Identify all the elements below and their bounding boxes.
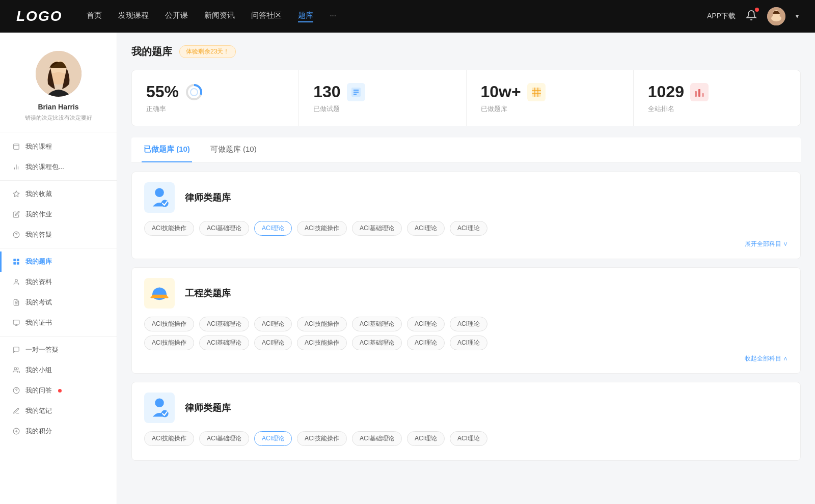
tag-1r2-5[interactable]: ACI理论 (407, 335, 445, 350)
qbank-card-1: 工程类题库 ACI技能操作 ACI基础理论 ACI理论 ACI技能操作 ACI基… (131, 267, 801, 374)
svg-point-43 (155, 188, 164, 198)
qa-notification-dot (58, 389, 62, 393)
tag-2-3[interactable]: ACI技能操作 (297, 431, 347, 446)
tag-1r2-4[interactable]: ACI基础理论 (352, 335, 402, 350)
points-icon (12, 427, 20, 435)
tag-0-5[interactable]: ACI理论 (407, 221, 445, 236)
tag-1r2-0[interactable]: ACI技能操作 (144, 335, 194, 350)
stat-value-accuracy: 55% (146, 82, 179, 101)
svg-point-30 (191, 89, 198, 96)
tag-1r2-6[interactable]: ACI理论 (450, 335, 487, 350)
tag-1-6[interactable]: ACI理论 (450, 317, 487, 331)
nav-news[interactable]: 新闻资讯 (204, 11, 235, 22)
cert-icon (12, 319, 20, 327)
sidebar-item-qa[interactable]: 我的答疑 (0, 225, 117, 245)
nav-more[interactable]: ··· (330, 11, 336, 22)
stat-banks: 10w+ 已做题库 (467, 70, 634, 126)
qbank-card-0: 律师类题库 ACI技能操作 ACI基础理论 ACI理论 ACI技能操作 ACI基… (131, 172, 801, 259)
nav-opencourse[interactable]: 公开课 (165, 11, 188, 22)
expand-link-0[interactable]: 展开全部科目 ∨ (144, 240, 788, 248)
svg-rect-42 (702, 93, 704, 97)
nav-home[interactable]: 首页 (87, 11, 102, 22)
navbar: LOGO 首页 发现课程 公开课 新闻资讯 问答社区 题库 ··· APP下载 (0, 0, 815, 33)
nav-qa[interactable]: 问答社区 (251, 11, 282, 22)
notification-bell[interactable] (746, 10, 757, 23)
qbank-card-header-0: 律师类题库 (144, 182, 788, 213)
tag-0-3[interactable]: ACI技能操作 (297, 221, 347, 236)
table-stat-icon (527, 83, 546, 101)
stat-top-banks: 10w+ (481, 82, 619, 101)
stat-label-ranking: 全站排名 (648, 104, 786, 114)
nav-qbank[interactable]: 题库 (298, 11, 313, 22)
svg-rect-15 (17, 259, 19, 261)
svg-rect-17 (17, 262, 19, 264)
app-download-button[interactable]: APP下载 (707, 12, 736, 21)
tag-2-6[interactable]: ACI理论 (450, 431, 487, 446)
tab-done-banks[interactable]: 已做题库 (10) (142, 137, 192, 162)
tag-2-0[interactable]: ACI技能操作 (144, 431, 194, 446)
tag-1-3[interactable]: ACI技能操作 (297, 317, 347, 331)
stat-top-questions: 130 (313, 82, 451, 101)
tag-1-5[interactable]: ACI理论 (407, 317, 445, 331)
sidebar-item-1on1[interactable]: 一对一答疑 (0, 340, 117, 360)
stat-label-accuracy: 正确率 (146, 104, 284, 114)
bar-chart-stat-icon (690, 83, 709, 101)
tag-1r2-3[interactable]: ACI技能操作 (297, 335, 347, 350)
sidebar-profile: Brian Harris 错误的决定比没有决定要好 (0, 43, 117, 132)
tags-row-card-0: ACI技能操作 ACI基础理论 ACI理论 ACI技能操作 ACI基础理论 AC… (144, 221, 788, 236)
notification-badge (755, 8, 759, 12)
tag-0-6[interactable]: ACI理论 (450, 221, 487, 236)
sidebar-item-notes[interactable]: 我的笔记 (0, 401, 117, 421)
tag-1-1[interactable]: ACI基础理论 (199, 317, 249, 331)
sidebar-item-favorites[interactable]: 我的收藏 (0, 184, 117, 204)
user-avatar-nav[interactable] (767, 7, 785, 25)
tag-1-4[interactable]: ACI基础理论 (352, 317, 402, 331)
sidebar-item-exam[interactable]: 我的考试 (0, 292, 117, 313)
sidebar-item-points[interactable]: 我的积分 (0, 421, 117, 441)
stat-label-questions: 已做试题 (313, 104, 451, 114)
tag-2-5[interactable]: ACI理论 (407, 431, 445, 446)
svg-rect-16 (14, 262, 16, 264)
doc-icon (12, 298, 20, 306)
stat-value-ranking: 1029 (648, 82, 684, 101)
logo: LOGO (16, 8, 62, 24)
tag-0-4[interactable]: ACI基础理论 (352, 221, 402, 236)
svg-rect-47 (150, 296, 168, 298)
sidebar-item-group[interactable]: 我的小组 (0, 360, 117, 380)
qbank-title-0: 律师类题库 (185, 191, 231, 204)
sidebar-item-certificate[interactable]: 我的证书 (0, 313, 117, 333)
sidebar-item-packages[interactable]: 我的课程包... (0, 157, 117, 177)
tag-0-1[interactable]: ACI基础理论 (199, 221, 249, 236)
edit-icon (12, 210, 20, 218)
sidebar-item-homework[interactable]: 我的作业 (0, 204, 117, 225)
tag-2-2[interactable]: ACI理论 (254, 431, 292, 446)
stat-top-accuracy: 55% (146, 82, 284, 101)
collapse-link-1[interactable]: 收起全部科目 ∧ (144, 354, 788, 363)
sidebar-item-my-qa[interactable]: 我的问答 (0, 380, 117, 401)
sidebar-item-qbank[interactable]: 我的题库 (0, 251, 117, 272)
tag-2-4[interactable]: ACI基础理论 (352, 431, 402, 446)
sidebar-item-courses[interactable]: 我的课程 (0, 136, 117, 157)
svg-rect-14 (14, 259, 16, 261)
sidebar-item-profile[interactable]: 我的资料 (0, 272, 117, 292)
tabs-row: 已做题库 (10) 可做题库 (10) (131, 137, 801, 162)
nav-discover[interactable]: 发现课程 (118, 11, 149, 22)
page-title: 我的题库 (131, 45, 172, 59)
page-header: 我的题库 体验剩余23天！ (131, 45, 801, 59)
tag-1r2-1[interactable]: ACI基础理论 (199, 335, 249, 350)
sidebar: Brian Harris 错误的决定比没有决定要好 我的课程 我的课程包... (0, 33, 117, 504)
tag-0-0[interactable]: ACI技能操作 (144, 221, 194, 236)
tags-row1-card-1: ACI技能操作 ACI基础理论 ACI理论 ACI技能操作 ACI基础理论 AC… (144, 317, 788, 331)
tag-0-2[interactable]: ACI理论 (254, 221, 292, 236)
pie-chart-icon (185, 83, 203, 101)
lawyer-icon-2 (144, 393, 175, 423)
tab-available-banks[interactable]: 可做题库 (10) (208, 137, 259, 162)
tag-2-1[interactable]: ACI基础理论 (199, 431, 249, 446)
list-stat-icon (347, 83, 365, 101)
tag-1-2[interactable]: ACI理论 (254, 317, 292, 331)
sidebar-avatar (36, 51, 82, 97)
tag-1r2-2[interactable]: ACI理论 (254, 335, 292, 350)
tag-1-0[interactable]: ACI技能操作 (144, 317, 194, 331)
star-icon (12, 190, 20, 198)
user-dropdown-arrow[interactable]: ▾ (796, 13, 799, 20)
